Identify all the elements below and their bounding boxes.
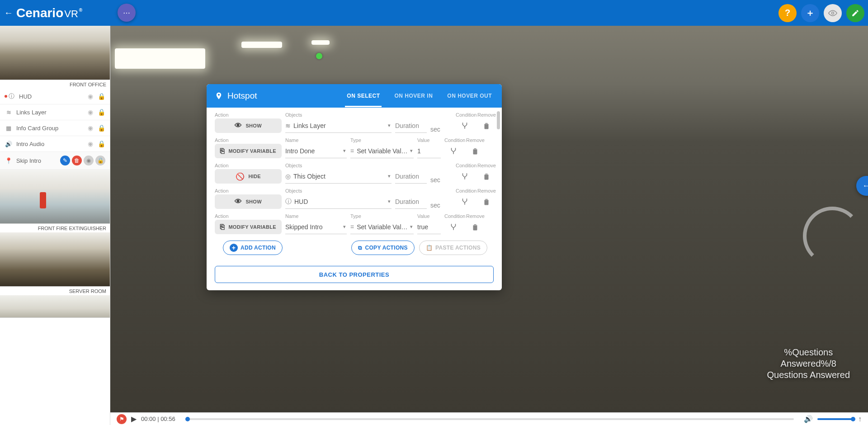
scene-thumbnail[interactable] [0, 232, 110, 287]
help-button[interactable]: ? [778, 4, 797, 22]
duration-input[interactable]: Duration [395, 118, 427, 133]
scene-thumbnail[interactable] [0, 26, 110, 80]
condition-button[interactable] [444, 220, 462, 234]
layer-row-hud[interactable]: ⓘ HUD ◉🔒 [0, 89, 110, 104]
volume-icon[interactable]: 🔊 [804, 415, 813, 423]
delete-icon[interactable]: 🗑 [72, 156, 82, 165]
visibility-icon[interactable]: ◉ [86, 124, 94, 132]
action-type-button[interactable]: ⎘MODIFY VARIABLE [215, 144, 282, 158]
scene-label: SERVER ROOM [0, 287, 110, 295]
duration-input[interactable]: Duration [395, 169, 427, 184]
tab-on-hover-out[interactable]: ON HOVER OUT [445, 85, 494, 107]
object-select[interactable]: ⓘHUD▾ [285, 194, 392, 209]
variable-icon: ⎘ [220, 147, 225, 155]
name-select[interactable]: Intro Done▾ [285, 144, 347, 158]
scene-card[interactable]: FRONT FIRE EXTINGUISHER [0, 170, 110, 232]
scroll-top-button[interactable]: ↑ [858, 415, 862, 423]
add-action-button[interactable]: +ADD ACTION [223, 241, 283, 255]
scene-sidebar[interactable]: FRONT OFFICE ⓘ HUD ◉🔒 ≋ Links Layer ◉🔒 ▦… [0, 26, 110, 425]
back-button[interactable]: ← [4, 8, 14, 18]
copy-actions-button[interactable]: ⧉COPY ACTIONS [351, 241, 415, 255]
tab-on-select[interactable]: ON SELECT [345, 85, 382, 107]
action-row: Action 🚫HIDE Objects ◎This Object▾ Durat… [215, 161, 495, 186]
play-button[interactable]: ▶ [131, 415, 137, 423]
lock-icon[interactable]: 🔒 [97, 92, 105, 100]
remove-button[interactable] [466, 220, 484, 234]
remove-button[interactable] [477, 169, 495, 184]
value-input[interactable]: true [417, 220, 441, 234]
col-label: Action [215, 213, 282, 219]
volume-track[interactable] [817, 418, 854, 420]
scene-card[interactable] [0, 295, 110, 318]
info-icon: ⓘ [7, 92, 15, 100]
edit-pencil-icon[interactable]: ✎ [60, 156, 70, 165]
scene-card[interactable]: SERVER ROOM [0, 232, 110, 295]
visibility-icon[interactable]: ◉ [86, 140, 94, 148]
action-type-button[interactable]: 🚫HIDE [215, 169, 282, 184]
col-spacer [395, 112, 427, 118]
object-select[interactable]: ◎This Object▾ [285, 169, 392, 184]
col-label: Name [285, 137, 347, 143]
visibility-icon[interactable]: ◉ [86, 92, 94, 100]
next-scene-button[interactable]: ← [856, 176, 868, 196]
hotspot-dialog: Hotspot ON SELECT ON HOVER IN ON HOVER O… [207, 84, 502, 290]
duration-input[interactable]: Duration [395, 194, 427, 209]
condition-button[interactable] [456, 169, 474, 184]
action-type-button[interactable]: 👁SHOW [215, 194, 282, 209]
remove-button[interactable] [477, 194, 495, 209]
anchor-handle[interactable] [316, 53, 322, 59]
visibility-icon[interactable]: ◉ [84, 156, 94, 165]
type-select[interactable]: =Set Variable Val…▾ [350, 220, 414, 234]
condition-button[interactable] [456, 118, 474, 133]
visibility-icon[interactable]: ◉ [86, 108, 94, 116]
equals-icon: = [350, 147, 354, 155]
back-to-properties-button[interactable]: BACK TO PROPERTIES [215, 266, 494, 283]
value-input[interactable]: 1 [417, 144, 441, 158]
layer-row-audio[interactable]: 🔊 Intro Audio ◉🔒 [0, 136, 110, 152]
lock-icon[interactable]: 🔒 [97, 108, 105, 116]
action-type-button[interactable]: ⎘MODIFY VARIABLE [215, 220, 282, 234]
context-menu-button[interactable]: ⋯ [118, 4, 136, 22]
grid-icon: ▦ [5, 124, 13, 132]
scene-thumbnail[interactable] [0, 295, 110, 318]
layer-row-skip-intro[interactable]: 📍 Skip Intro ✎ 🗑 ◉ 🔒 [0, 152, 110, 170]
layer-row-infocard[interactable]: ▦ Info Card Group ◉🔒 [0, 120, 110, 136]
timeline-track[interactable] [185, 418, 794, 420]
action-row: Action 👁SHOW Objects ≋Links Layer▾ Durat… [215, 110, 495, 136]
name-select[interactable]: Skipped Intro▾ [285, 220, 347, 234]
timeline-thumb[interactable] [185, 417, 190, 421]
lock-icon[interactable]: 🔒 [95, 156, 105, 165]
chevron-down-icon: ▾ [343, 148, 346, 154]
eye-off-icon: 🚫 [236, 172, 245, 181]
col-spacer [430, 170, 452, 175]
edit-button[interactable] [846, 4, 864, 22]
flag-marker[interactable]: ⚑ [117, 414, 127, 424]
condition-button[interactable] [456, 194, 474, 209]
action-btn-label: HIDE [248, 174, 260, 179]
brand-suffix: VR [64, 8, 78, 20]
chevron-down-icon: ▾ [388, 123, 391, 128]
remove-button[interactable] [477, 118, 495, 133]
action-btn-label: MODIFY VARIABLE [228, 224, 276, 230]
col-label: Objects [285, 188, 392, 194]
lock-icon[interactable]: 🔒 [97, 124, 105, 132]
tab-on-hover-in[interactable]: ON HOVER IN [392, 85, 434, 107]
scene-thumbnail[interactable] [0, 170, 110, 224]
layers-icon: ≋ [5, 108, 13, 116]
object-select[interactable]: ≋Links Layer▾ [285, 118, 392, 133]
preview-toggle[interactable] [824, 4, 842, 22]
condition-button[interactable] [444, 144, 462, 158]
volume-thumb[interactable] [851, 417, 855, 421]
add-button[interactable]: ＋ [801, 4, 819, 22]
lock-icon[interactable]: 🔒 [97, 140, 105, 148]
layer-label: Info Card Group [16, 125, 86, 132]
scene-card[interactable]: FRONT OFFICE [0, 26, 110, 89]
remove-button[interactable] [466, 144, 484, 158]
topbar-actions: ? ＋ [778, 4, 864, 22]
scrollbar[interactable] [497, 111, 500, 129]
value-text: 1 [417, 147, 421, 155]
type-select[interactable]: =Set Variable Val…▾ [350, 144, 414, 158]
layer-row-links[interactable]: ≋ Links Layer ◉🔒 [0, 104, 110, 120]
action-type-button[interactable]: 👁SHOW [215, 118, 282, 133]
chevron-down-icon: ▾ [343, 224, 346, 230]
